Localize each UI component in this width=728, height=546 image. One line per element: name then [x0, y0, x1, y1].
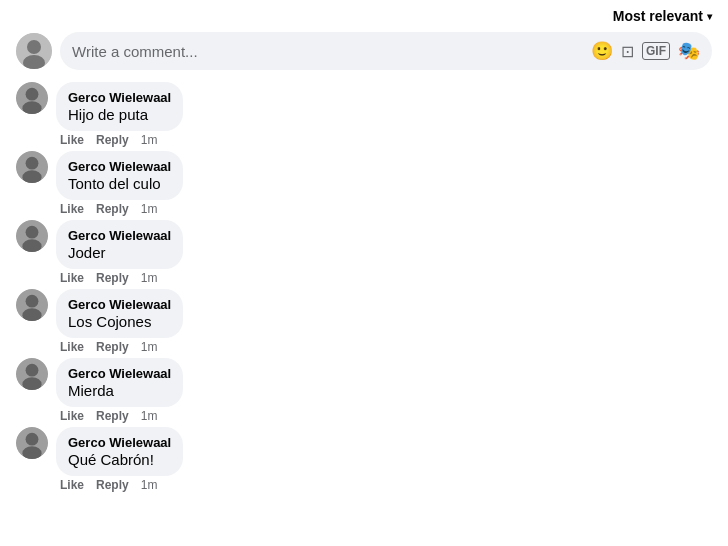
- reply-button[interactable]: Reply: [96, 133, 129, 147]
- comment-body: Gerco Wielewaal Tonto del culo Like Repl…: [56, 151, 183, 216]
- commenter-avatar: [16, 220, 48, 252]
- comment-actions: Like Reply 1m: [56, 271, 183, 285]
- svg-point-4: [26, 88, 39, 101]
- svg-point-19: [26, 433, 39, 446]
- comment-author: Gerco Wielewaal: [68, 90, 171, 105]
- reply-button[interactable]: Reply: [96, 271, 129, 285]
- comment-text: Los Cojones: [68, 313, 171, 330]
- comment-text: Hijo de puta: [68, 106, 171, 123]
- gif-icon[interactable]: GIF: [642, 42, 670, 60]
- comment-author: Gerco Wielewaal: [68, 435, 171, 450]
- svg-point-7: [26, 157, 39, 170]
- comment-body: Gerco Wielewaal Hijo de puta Like Reply …: [56, 82, 183, 147]
- comment-item: Gerco Wielewaal Tonto del culo Like Repl…: [16, 151, 712, 216]
- comment-item: Gerco Wielewaal Mierda Like Reply 1m: [16, 358, 712, 423]
- commenter-avatar: [16, 427, 48, 459]
- comment-item: Gerco Wielewaal Los Cojones Like Reply 1…: [16, 289, 712, 354]
- like-button[interactable]: Like: [60, 133, 84, 147]
- comment-author: Gerco Wielewaal: [68, 228, 171, 243]
- comment-item: Gerco Wielewaal Qué Cabrón! Like Reply 1…: [16, 427, 712, 492]
- comment-item: Gerco Wielewaal Joder Like Reply 1m: [16, 220, 712, 285]
- comments-list: Gerco Wielewaal Hijo de puta Like Reply …: [0, 82, 728, 496]
- sort-label: Most relevant: [613, 8, 703, 24]
- comment-actions: Like Reply 1m: [56, 478, 183, 492]
- current-user-avatar: [16, 33, 52, 69]
- comment-body: Gerco Wielewaal Mierda Like Reply 1m: [56, 358, 183, 423]
- comment-bubble: Gerco Wielewaal Hijo de puta: [56, 82, 183, 131]
- reply-button[interactable]: Reply: [96, 478, 129, 492]
- comment-text: Qué Cabrón!: [68, 451, 171, 468]
- comment-time: 1m: [141, 133, 158, 147]
- commenter-avatar: [16, 82, 48, 114]
- comment-input-row: Write a comment... 🙂 ⊡ GIF 🎭: [0, 28, 728, 82]
- comment-item: Gerco Wielewaal Hijo de puta Like Reply …: [16, 82, 712, 147]
- comment-author: Gerco Wielewaal: [68, 159, 171, 174]
- comment-time: 1m: [141, 340, 158, 354]
- comment-body: Gerco Wielewaal Joder Like Reply 1m: [56, 220, 183, 285]
- comment-text: Mierda: [68, 382, 171, 399]
- reply-button[interactable]: Reply: [96, 202, 129, 216]
- camera-icon[interactable]: ⊡: [621, 42, 634, 61]
- svg-point-13: [26, 295, 39, 308]
- like-button[interactable]: Like: [60, 202, 84, 216]
- comment-actions: Like Reply 1m: [56, 202, 183, 216]
- comment-time: 1m: [141, 409, 158, 423]
- sort-dropdown[interactable]: Most relevant ▾: [613, 8, 712, 24]
- comment-time: 1m: [141, 271, 158, 285]
- comment-actions: Like Reply 1m: [56, 409, 183, 423]
- sticker-icon[interactable]: 🎭: [678, 40, 700, 62]
- comment-text: Joder: [68, 244, 171, 261]
- emoji-icon[interactable]: 🙂: [591, 40, 613, 62]
- comment-author: Gerco Wielewaal: [68, 297, 171, 312]
- comment-bubble: Gerco Wielewaal Los Cojones: [56, 289, 183, 338]
- commenter-avatar: [16, 289, 48, 321]
- input-icons: 🙂 ⊡ GIF 🎭: [591, 40, 700, 62]
- comment-actions: Like Reply 1m: [56, 340, 183, 354]
- comment-text: Tonto del culo: [68, 175, 171, 192]
- like-button[interactable]: Like: [60, 478, 84, 492]
- top-bar: Most relevant ▾: [0, 0, 728, 28]
- comment-bubble: Gerco Wielewaal Qué Cabrón!: [56, 427, 183, 476]
- comment-time: 1m: [141, 202, 158, 216]
- comment-actions: Like Reply 1m: [56, 133, 183, 147]
- commenter-avatar: [16, 358, 48, 390]
- comment-body: Gerco Wielewaal Qué Cabrón! Like Reply 1…: [56, 427, 183, 492]
- svg-point-1: [27, 40, 41, 54]
- comment-input-box[interactable]: Write a comment... 🙂 ⊡ GIF 🎭: [60, 32, 712, 70]
- reply-button[interactable]: Reply: [96, 340, 129, 354]
- comment-body: Gerco Wielewaal Los Cojones Like Reply 1…: [56, 289, 183, 354]
- comment-bubble: Gerco Wielewaal Tonto del culo: [56, 151, 183, 200]
- commenter-avatar: [16, 151, 48, 183]
- svg-point-10: [26, 226, 39, 239]
- comment-bubble: Gerco Wielewaal Joder: [56, 220, 183, 269]
- like-button[interactable]: Like: [60, 340, 84, 354]
- like-button[interactable]: Like: [60, 409, 84, 423]
- comment-time: 1m: [141, 478, 158, 492]
- like-button[interactable]: Like: [60, 271, 84, 285]
- comment-placeholder: Write a comment...: [72, 43, 583, 60]
- chevron-down-icon: ▾: [707, 11, 712, 22]
- reply-button[interactable]: Reply: [96, 409, 129, 423]
- svg-point-16: [26, 364, 39, 377]
- comment-author: Gerco Wielewaal: [68, 366, 171, 381]
- comment-bubble: Gerco Wielewaal Mierda: [56, 358, 183, 407]
